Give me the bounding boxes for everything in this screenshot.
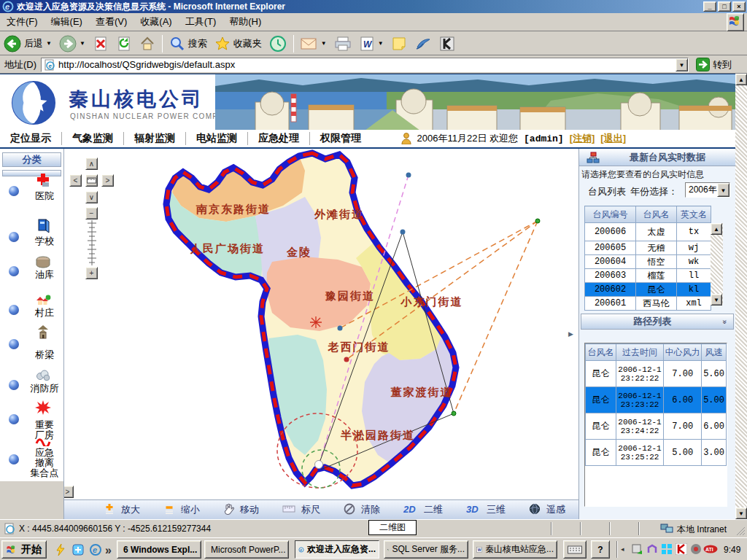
pan-right-button[interactable]: > — [101, 174, 114, 187]
quick-launch-ie-icon[interactable]: e — [89, 543, 102, 556]
menu-item[interactable]: 查看(V) — [89, 13, 133, 31]
pan-down-button[interactable]: ∨ — [85, 191, 98, 203]
print-button[interactable] — [330, 34, 355, 53]
favorites-button[interactable]: 收藏夹 — [211, 34, 266, 53]
table-row[interactable]: 200601西马伦xml — [585, 297, 711, 311]
minimize-button[interactable]: _ — [703, 1, 716, 12]
map-tool-label: 标尺 — [301, 503, 320, 516]
map-tool-remote-sensing[interactable]: 遥感 — [529, 503, 565, 517]
maximize-button[interactable]: □ — [718, 1, 731, 12]
tray-chevron-icon[interactable]: ◂ — [621, 545, 624, 553]
help-tray-button[interactable]: ? — [591, 540, 610, 559]
district-label: 老西门街道 — [328, 341, 390, 353]
taskbar-button-explorer[interactable]: 6 Windows Expl... ▼ — [117, 540, 201, 559]
year-dropdown-icon[interactable]: ▼ — [717, 183, 729, 197]
table-row[interactable]: 200604悟空wk — [585, 255, 711, 269]
map-tool-clear[interactable]: 清除 — [344, 503, 380, 517]
table-row[interactable]: 200603榴莲ll — [585, 269, 711, 283]
go-button[interactable]: 转到 — [696, 58, 732, 71]
edit-word-button[interactable]: W ▼ — [355, 34, 387, 53]
scroll-up-icon[interactable]: ▲ — [711, 223, 722, 235]
tray-icon-sql[interactable] — [632, 543, 643, 555]
menu-item[interactable]: 收藏(A) — [133, 13, 178, 31]
taskbar-button-sqlserver[interactable]: SQL Server 服务... — [384, 540, 468, 559]
table-row[interactable]: 昆仑2006-12-123:25:225.003.00 — [586, 440, 727, 466]
close-button[interactable]: × — [732, 1, 746, 12]
keyboard-tray-button[interactable] — [563, 540, 587, 559]
start-button[interactable]: 开始 — [1, 540, 47, 559]
quick-launch-icon-2[interactable] — [71, 543, 85, 556]
table-row[interactable]: 昆仑2006-12-123:22:227.005.60 — [586, 361, 727, 387]
tray-icon-msn[interactable] — [646, 543, 658, 555]
address-input[interactable]: e http://localhost/QSgridwebgis/default.… — [41, 58, 689, 72]
ie-icon: e — [2, 1, 14, 12]
path-list-bar[interactable]: 路径列表 » — [581, 314, 734, 330]
notes-button[interactable] — [387, 34, 411, 53]
menu-item[interactable]: 工具(T) — [179, 13, 223, 31]
table-row[interactable]: 200602昆仑kl — [585, 283, 711, 297]
taskbar-button-ie-active[interactable]: e 欢迎进入应急资... — [295, 540, 379, 559]
tray-icon-gray[interactable] — [690, 543, 702, 555]
history-button[interactable] — [266, 34, 290, 54]
back-label: 后退 — [24, 37, 43, 50]
pan-left-button[interactable]: < — [69, 174, 82, 187]
tray-icon-grid[interactable] — [661, 543, 673, 555]
menu-item[interactable]: 文件(F) — [0, 13, 44, 31]
map-tool-zoom-out[interactable]: 缩小 — [163, 503, 200, 517]
quick-launch-icon-1[interactable] — [54, 543, 67, 556]
quick-launch-overflow-chevron[interactable]: » — [105, 544, 112, 557]
table-row[interactable]: 200605无稽wj — [585, 241, 711, 255]
tray-icon-kaspersky[interactable] — [676, 543, 687, 555]
map-tool-ruler[interactable]: 标尺 — [282, 503, 320, 517]
year-select[interactable]: 2006年 ▼ — [685, 182, 730, 198]
menu-item[interactable]: 帮助(H) — [222, 13, 268, 31]
search-button[interactable]: 搜索 — [166, 34, 211, 53]
table-row[interactable]: 昆仑2006-12-123:24:227.006.00 — [586, 413, 727, 440]
refresh-button[interactable] — [112, 34, 136, 53]
collapse-right-arrow[interactable]: ▶ — [565, 327, 577, 340]
stop-button[interactable] — [89, 34, 112, 53]
messenger-button[interactable] — [411, 34, 436, 53]
table-row[interactable]: 昆仑2006-12-123:23:226.005.00 — [586, 387, 727, 413]
nav-tab[interactable]: 辐射监测 — [124, 132, 185, 145]
table-cell: 2006-12-123:22:22 — [616, 361, 664, 387]
map-tool-3D[interactable]: 3D三维 — [466, 503, 506, 517]
column-header: 台风名 — [586, 344, 616, 361]
pan-up-button[interactable]: ∧ — [85, 158, 98, 170]
page-scroll-up-icon[interactable]: ▲ — [735, 74, 747, 85]
nav-tab[interactable]: 气象监测 — [62, 132, 123, 145]
taskbar-button-word[interactable]: W 秦山核电站应急... — [473, 540, 557, 559]
menu-item[interactable]: 编辑(E) — [44, 13, 89, 31]
exit-link[interactable]: [退出] — [600, 132, 626, 145]
nav-tab[interactable]: 电站监测 — [186, 132, 247, 145]
back-button[interactable]: 后退 ▼ — [0, 34, 55, 54]
nav-tab[interactable]: 定位显示 — [0, 132, 61, 145]
table-cell: wk — [677, 255, 711, 269]
tray-icon-ati[interactable]: ATI — [703, 545, 718, 553]
map-tool-zoom-in[interactable]: 放大 — [104, 503, 140, 517]
forward-button[interactable]: ▼ — [55, 34, 89, 54]
sidebar-item-label: 桥梁 — [26, 350, 63, 360]
mail-button[interactable]: ▼ — [297, 35, 330, 52]
map-tool-2D[interactable]: 2D二维 — [403, 503, 443, 517]
map-area[interactable]: 南京东路街道 外滩街道 人民广场街道 金陵 豫园街道 小东门街道 老西门街道 董… — [64, 149, 578, 499]
logout-link[interactable]: [注销] — [570, 132, 595, 145]
scroll-down-icon[interactable]: ▼ — [711, 294, 722, 306]
nav-tab[interactable]: 权限管理 — [310, 132, 371, 145]
history-icon — [269, 35, 287, 52]
address-dropdown-button[interactable]: ▼ — [676, 58, 688, 71]
zoom-in-small-button[interactable]: + — [85, 267, 98, 279]
nav-tab[interactable]: 应急处理 — [248, 132, 309, 145]
ruler-button[interactable] — [85, 174, 98, 187]
zoom-out-small-button[interactable]: − — [85, 207, 98, 219]
expand-left-panel-button[interactable]: > — [64, 486, 74, 498]
zoom-slider[interactable] — [87, 220, 97, 265]
table-row[interactable]: 200606太虚tx — [585, 223, 711, 241]
typhoon-table-scrollbar[interactable]: ▲ ▼ — [711, 223, 723, 306]
page-scroll-down-icon[interactable]: ▼ — [735, 508, 747, 519]
page-scrollbar[interactable]: ▲ ▼ — [735, 74, 747, 519]
map-tool-pan[interactable]: 移动 — [223, 503, 259, 517]
kaspersky-button[interactable] — [436, 34, 459, 53]
taskbar-button-powerpoint[interactable]: Microsoft PowerP... — [204, 540, 289, 559]
home-button[interactable] — [136, 34, 159, 53]
